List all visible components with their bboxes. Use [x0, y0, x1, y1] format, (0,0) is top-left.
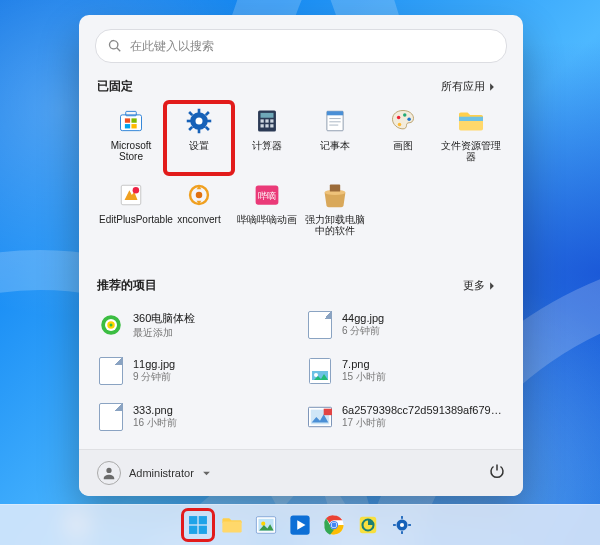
pinned-grid: Microsoft Store设置计算器记事本画图文件资源管理器EditPlus… [97, 102, 505, 248]
xnconvert-icon [184, 180, 214, 210]
taskbar-media-button[interactable] [286, 511, 314, 539]
app-label: EditPlusPortable [99, 214, 163, 225]
taskbar-start-button[interactable] [184, 511, 212, 539]
taskbar-edge-button[interactable] [354, 511, 382, 539]
pinned-app-uninstaller[interactable]: 强力卸载电脑中的软件 [301, 176, 369, 248]
chevron-down-icon [202, 469, 211, 478]
svg-point-32 [398, 123, 402, 127]
svg-rect-20 [270, 119, 273, 122]
app-label: 哔嘀哔嘀动画 [237, 214, 297, 225]
svg-rect-42 [330, 185, 340, 192]
recommended-title: 推荐的项目 [97, 277, 157, 294]
user-button[interactable]: Administrator [97, 461, 211, 485]
more-button[interactable]: 更多 [455, 276, 505, 295]
pinned-app-notepad[interactable]: 记事本 [301, 102, 369, 174]
file-name: 333.png [133, 404, 177, 416]
svg-rect-8 [198, 109, 201, 113]
app-label: 强力卸载电脑中的软件 [303, 214, 367, 236]
pinned-app-calculator[interactable]: 计算器 [233, 102, 301, 174]
svg-rect-22 [265, 124, 268, 127]
taskbar-photos-button[interactable] [252, 511, 280, 539]
taskbar-settings-button[interactable] [388, 511, 416, 539]
recommended-item[interactable]: 11gg.jpg9 分钟前 [97, 351, 296, 391]
svg-rect-3 [131, 118, 136, 122]
file-name: 6a2579398cc72d591389af679703f3... [342, 404, 502, 416]
bidi-icon: 哔嘀 [252, 180, 282, 210]
file-subtitle: 6 分钟前 [342, 324, 384, 338]
svg-point-36 [133, 187, 140, 194]
svg-rect-0 [121, 115, 142, 131]
recommended-item[interactable]: 6a2579398cc72d591389af679703f3...17 小时前 [306, 397, 505, 437]
recommended-item[interactable]: 7.png15 小时前 [306, 351, 505, 391]
chevron-right-icon [487, 281, 497, 291]
file-subtitle: 16 小时前 [133, 416, 177, 430]
svg-rect-71 [401, 531, 403, 534]
svg-point-31 [407, 118, 411, 122]
search-input[interactable]: 在此键入以搜索 [95, 29, 507, 63]
pinned-app-msstore[interactable]: Microsoft Store [97, 102, 165, 174]
svg-point-69 [400, 523, 404, 527]
svg-point-29 [397, 116, 401, 120]
svg-rect-70 [401, 516, 403, 519]
start-menu: 在此键入以搜索 已固定 所有应用 Microsoft Store设置计算器记事本… [79, 15, 523, 496]
app-label: 文件资源管理器 [439, 140, 503, 162]
svg-rect-73 [408, 524, 411, 526]
imgfile2-icon [306, 403, 334, 431]
msstore-icon [116, 106, 146, 136]
paint-icon [388, 106, 418, 136]
pinned-app-explorer[interactable]: 文件资源管理器 [437, 102, 505, 174]
taskbar-chrome-button[interactable] [320, 511, 348, 539]
svg-rect-34 [459, 117, 483, 121]
pinned-app-xnconvert[interactable]: xnconvert [165, 176, 233, 248]
start-footer: Administrator [79, 449, 523, 496]
username: Administrator [129, 467, 194, 479]
svg-rect-4 [125, 124, 130, 128]
svg-rect-25 [327, 111, 343, 115]
taskbar [0, 504, 600, 545]
svg-rect-18 [261, 119, 264, 122]
pinned-app-editplus[interactable]: EditPlusPortable [97, 176, 165, 248]
svg-point-65 [332, 523, 337, 528]
svg-rect-9 [198, 129, 201, 133]
taskbar-center [184, 511, 416, 539]
recommended-item[interactable]: 360电脑体检最近添加 [97, 305, 296, 345]
file-subtitle: 17 小时前 [342, 416, 502, 430]
recommended-grid: 360电脑体检最近添加44gg.jpg6 分钟前11gg.jpg9 分钟前7.p… [79, 301, 523, 441]
power-button[interactable] [489, 463, 505, 483]
explorer-icon [456, 106, 486, 136]
pinned-app-settings[interactable]: 设置 [165, 102, 233, 174]
file-subtitle: 最近添加 [133, 326, 195, 340]
app-label: 计算器 [252, 140, 282, 151]
svg-text:哔嘀: 哔嘀 [258, 191, 276, 201]
svg-rect-19 [265, 119, 268, 122]
file-icon [306, 311, 334, 339]
editplus-icon [116, 180, 146, 210]
svg-rect-54 [199, 516, 207, 524]
file-icon [97, 403, 125, 431]
svg-rect-72 [393, 524, 396, 526]
360-icon [97, 311, 125, 339]
svg-rect-23 [270, 124, 273, 127]
app-label: Microsoft Store [99, 140, 163, 162]
svg-point-38 [196, 192, 203, 199]
file-name: 44gg.jpg [342, 312, 384, 324]
taskbar-explorer-button[interactable] [218, 511, 246, 539]
pinned-app-paint[interactable]: 画图 [369, 102, 437, 174]
file-subtitle: 9 分钟前 [133, 370, 175, 384]
file-subtitle: 15 小时前 [342, 370, 386, 384]
search-icon [108, 39, 122, 53]
desktop-background: 在此键入以搜索 已固定 所有应用 Microsoft Store设置计算器记事本… [0, 0, 600, 545]
svg-rect-5 [131, 124, 136, 128]
svg-point-7 [196, 118, 203, 125]
svg-rect-10 [187, 120, 191, 123]
file-name: 360电脑体检 [133, 311, 195, 326]
recommended-item[interactable]: 44gg.jpg6 分钟前 [306, 305, 505, 345]
svg-rect-56 [199, 526, 207, 534]
recommended-item[interactable]: 333.png16 小时前 [97, 397, 296, 437]
all-apps-button[interactable]: 所有应用 [433, 77, 505, 96]
avatar-icon [97, 461, 121, 485]
imgfile-icon [306, 357, 334, 385]
pinned-app-bidi[interactable]: 哔嘀哔嘀哔嘀动画 [233, 176, 301, 248]
settings-icon [184, 106, 214, 136]
svg-rect-17 [261, 113, 274, 118]
